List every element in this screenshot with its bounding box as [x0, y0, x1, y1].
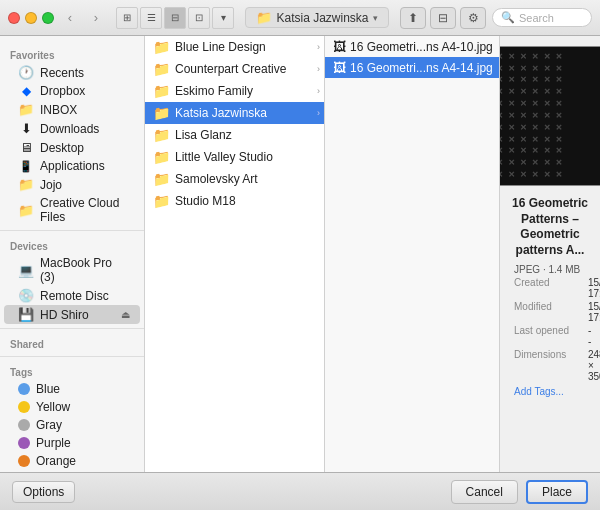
- meta-add-tags-row[interactable]: Add Tags...: [514, 384, 586, 397]
- minimize-button[interactable]: [25, 12, 37, 24]
- sidebar-item-tag-purple[interactable]: Purple: [4, 434, 140, 452]
- column-item-blue-line[interactable]: 📁 Blue Line Design ›: [145, 36, 324, 58]
- options-button[interactable]: Options: [12, 481, 75, 503]
- column-panel-2: 🖼 16 Geometri...ns A4-10.jpg 🖼 16 Geomet…: [325, 36, 500, 472]
- sidebar-item-inbox[interactable]: 📁 INBOX: [4, 100, 140, 119]
- item-name: Lisa Glanz: [175, 128, 232, 142]
- column-item-samolevsky[interactable]: 📁 Samolevsky Art: [145, 168, 324, 190]
- sidebar-item-downloads[interactable]: ⬇ Downloads: [4, 119, 140, 138]
- preview-title: 16 Geometric Patterns – Geometric patter…: [510, 196, 590, 258]
- place-button[interactable]: Place: [526, 480, 588, 504]
- meta-created-value: 15/04/2019, 17:16: [588, 277, 600, 299]
- sidebar-item-label: MacBook Pro (3): [40, 256, 130, 284]
- chevron-right-icon: ›: [317, 108, 320, 118]
- sidebar-item-tag-blue[interactable]: Blue: [4, 380, 140, 398]
- macbook-icon: 💻: [18, 263, 34, 278]
- item-name: Katsia Jazwinska: [175, 106, 267, 120]
- sidebar-item-label: Creative Cloud Files: [40, 196, 130, 224]
- location-text: Katsia Jazwinska: [276, 11, 368, 25]
- geometric-pattern-svg: ✕ ✕ ✕ ✕ ✕ ✕ ✕ ✕ ✕ ✕ ✕ ✕ ✕ ✕ ✕ ✕ ✕ ✕ ✕ ✕ …: [500, 47, 600, 185]
- sidebar-item-applications[interactable]: 📱 Applications: [4, 157, 140, 175]
- shared-title: Shared: [0, 333, 144, 352]
- sidebar-item-label: Dropbox: [40, 84, 85, 98]
- dropbox-icon: ◆: [18, 84, 34, 98]
- sidebar-item-tag-yellow[interactable]: Yellow: [4, 398, 140, 416]
- eject-icon[interactable]: ⏏: [121, 309, 130, 320]
- action-menu-button[interactable]: ⚙: [460, 7, 486, 29]
- search-box[interactable]: 🔍 Search: [492, 8, 592, 27]
- titlebar: ‹ › ⊞ ☰ ⊟ ⊡ ▾ 📁 Katsia Jazwinska ▾ ⬆ ⊟ ⚙…: [0, 0, 600, 36]
- sidebar-item-label: Downloads: [40, 122, 99, 136]
- sidebar-item-remote-disc[interactable]: 💿 Remote Disc: [4, 286, 140, 305]
- chevron-right-icon: ›: [317, 64, 320, 74]
- devices-title: Devices: [0, 235, 144, 254]
- jojo-icon: 📁: [18, 177, 34, 192]
- back-button[interactable]: ‹: [60, 8, 80, 28]
- column-item-little-valley[interactable]: 📁 Little Valley Studio: [145, 146, 324, 168]
- downloads-icon: ⬇: [18, 121, 34, 136]
- tags-title: Tags: [0, 361, 144, 380]
- applications-icon: 📱: [18, 160, 34, 173]
- share-button[interactable]: ⬆: [400, 7, 426, 29]
- meta-created-label: Created: [514, 277, 584, 299]
- svg-text:✕ ✕ ✕ ✕ ✕ ✕ ✕: ✕ ✕ ✕ ✕ ✕ ✕ ✕: [500, 133, 562, 144]
- sidebar-item-jojo[interactable]: 📁 Jojo: [4, 175, 140, 194]
- sub-column-item-file2[interactable]: 🖼 16 Geometri...ns A4-14.jpg: [325, 57, 499, 78]
- sidebar-item-tag-orange[interactable]: Orange: [4, 452, 140, 470]
- sidebar-item-label: Desktop: [40, 141, 84, 155]
- tag-yellow-dot: [18, 401, 30, 413]
- sidebar-item-label: Jojo: [40, 178, 62, 192]
- sidebar-item-label: Blue: [36, 382, 60, 396]
- sub-column-item-file1[interactable]: 🖼 16 Geometri...ns A4-10.jpg: [325, 36, 499, 57]
- view-column-button[interactable]: ⊟: [164, 7, 186, 29]
- item-name: 16 Geometri...ns A4-10.jpg: [350, 40, 493, 54]
- column-item-katsia[interactable]: 📁 Katsia Jazwinska ›: [145, 102, 324, 124]
- view-list-button[interactable]: ☰: [140, 7, 162, 29]
- meta-dimensions-label: Dimensions: [514, 349, 584, 382]
- sidebar-item-hd-shiro[interactable]: 💾 HD Shiro ⏏: [4, 305, 140, 324]
- folder-icon: 📁: [153, 193, 170, 209]
- folder-icon: 📁: [153, 149, 170, 165]
- column-item-studio-m18[interactable]: 📁 Studio M18: [145, 190, 324, 212]
- sidebar-item-label: INBOX: [40, 103, 77, 117]
- chevron-right-icon: ›: [317, 42, 320, 52]
- close-button[interactable]: [8, 12, 20, 24]
- hd-icon: 💾: [18, 307, 34, 322]
- sidebar-item-desktop[interactable]: 🖥 Desktop: [4, 138, 140, 157]
- sidebar-item-recents[interactable]: 🕐 Recents: [4, 63, 140, 82]
- file-panels: 📁 Blue Line Design › 📁 Counterpart Creat…: [145, 36, 600, 472]
- sidebar-item-dropbox[interactable]: ◆ Dropbox: [4, 82, 140, 100]
- meta-modified-row: Modified 15/04/2019, 17:16: [514, 301, 586, 323]
- chevron-right-icon: ›: [317, 86, 320, 96]
- item-name: Studio M18: [175, 194, 236, 208]
- cancel-button[interactable]: Cancel: [451, 480, 518, 504]
- column-item-eskimo[interactable]: 📁 Eskimo Family ›: [145, 80, 324, 102]
- meta-dimensions-row: Dimensions 2481 × 3509: [514, 349, 586, 382]
- view-icon-button[interactable]: ⊞: [116, 7, 138, 29]
- column-item-counterpart[interactable]: 📁 Counterpart Creative ›: [145, 58, 324, 80]
- divider-tags: [0, 356, 144, 357]
- item-name: Counterpart Creative: [175, 62, 286, 76]
- add-tags-link[interactable]: Add Tags...: [514, 386, 564, 397]
- sidebar-item-label: Gray: [36, 418, 62, 432]
- sidebar-item-creative-cloud[interactable]: 📁 Creative Cloud Files: [4, 194, 140, 226]
- meta-last-opened-row: Last opened --: [514, 325, 586, 347]
- preview-image: ✕ ✕ ✕ ✕ ✕ ✕ ✕ ✕ ✕ ✕ ✕ ✕ ✕ ✕ ✕ ✕ ✕ ✕ ✕ ✕ …: [500, 46, 600, 186]
- item-name: 16 Geometri...ns A4-14.jpg: [350, 61, 493, 75]
- meta-created-row: Created 15/04/2019, 17:16: [514, 277, 586, 299]
- arrange-button[interactable]: ⊟: [430, 7, 456, 29]
- sidebar-item-macbook[interactable]: 💻 MacBook Pro (3): [4, 254, 140, 286]
- maximize-button[interactable]: [42, 12, 54, 24]
- view-options-button[interactable]: ▾: [212, 7, 234, 29]
- column-item-lisa[interactable]: 📁 Lisa Glanz: [145, 124, 324, 146]
- bottom-right-buttons: Cancel Place: [451, 480, 588, 504]
- folder-icon: 📁: [153, 61, 170, 77]
- content-area: Favorites 🕐 Recents ◆ Dropbox 📁 INBOX ⬇ …: [0, 36, 600, 472]
- forward-button[interactable]: ›: [86, 8, 106, 28]
- view-coverflow-button[interactable]: ⊡: [188, 7, 210, 29]
- sidebar-item-label: Purple: [36, 436, 71, 450]
- location-pill[interactable]: 📁 Katsia Jazwinska ▾: [245, 7, 388, 28]
- sidebar-item-tag-gray[interactable]: Gray: [4, 416, 140, 434]
- file-icon: 🖼: [333, 60, 346, 75]
- sidebar-item-label: Yellow: [36, 400, 70, 414]
